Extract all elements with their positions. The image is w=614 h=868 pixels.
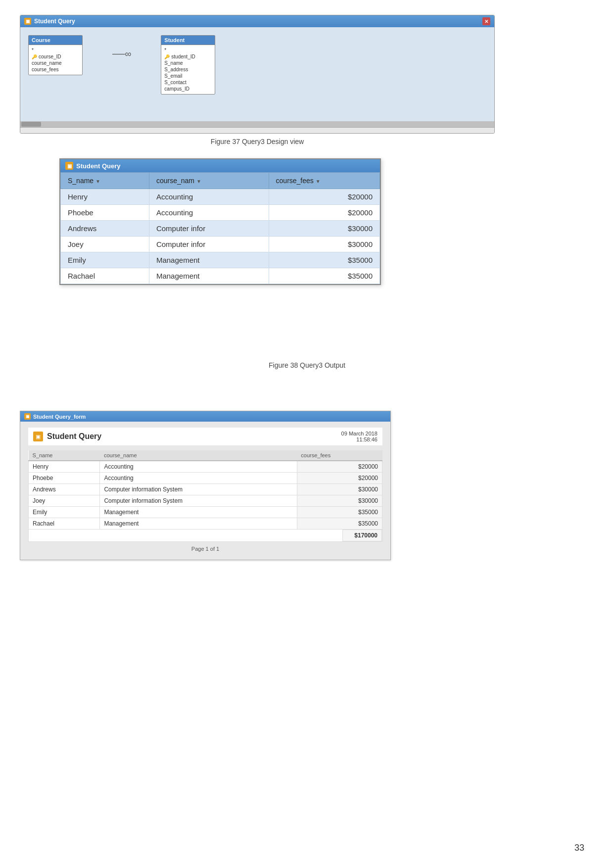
cell-coursename: Computer infor — [149, 221, 269, 237]
form-title-box: ▣ Student Query — [33, 432, 101, 441]
form-cell-fees: $20000 — [297, 473, 382, 484]
form-cell-coursename: Management — [100, 507, 297, 518]
form-datetime: 09 March 2018 11:58:46 — [341, 431, 378, 442]
cell-sname: Rachael — [61, 268, 149, 284]
form-titlebar: ▣ Student Query_form — [20, 411, 390, 422]
form-cell-fees: $20000 — [297, 461, 382, 473]
cell-coursefees: $30000 — [269, 237, 379, 252]
cell-sname: Henry — [61, 189, 149, 205]
form-cell-sname: Rachael — [29, 518, 100, 530]
form-data-table: S_name course_name course_fees Henry Acc… — [28, 450, 382, 530]
cell-sname: Andrews — [61, 221, 149, 237]
form-col-coursefees: course_fees — [297, 450, 382, 461]
student-table: Student * 🔑student_ID S_name S_address S… — [161, 35, 215, 95]
list-item: Phoebe Accounting $20000 — [29, 473, 382, 484]
sort-arrow-coursefees: ▼ — [316, 179, 321, 184]
sort-arrow-sname: ▼ — [95, 179, 100, 184]
cell-coursefees: $35000 — [269, 252, 379, 268]
table-row: Henry Accounting $20000 — [61, 189, 380, 205]
form-titlebar-label: Student Query_form — [33, 414, 86, 420]
key-icon: 🔑 — [32, 54, 37, 59]
cell-coursename: Management — [149, 268, 269, 284]
cell-coursename: Computer infor — [149, 237, 269, 252]
query-results-table: S_name ▼ course_nam ▼ course_fees ▼ Henr… — [60, 172, 380, 284]
form-cell-fees: $35000 — [297, 507, 382, 518]
student-query-form-window: ▣ Student Query_form ▣ Student Query 09 … — [20, 411, 391, 560]
design-view-window: ▣ Student Query ✕ Course * 🔑course_ID co… — [20, 15, 495, 134]
list-item: Andrews Computer information System $300… — [29, 484, 382, 495]
list-item: Emily Management $35000 — [29, 507, 382, 518]
cell-coursename: Accounting — [149, 205, 269, 221]
student-query-form-section: ▣ Student Query_form ▣ Student Query 09 … — [20, 411, 391, 560]
student-key-icon: 🔑 — [164, 54, 170, 59]
scrollbar-thumb — [21, 122, 41, 127]
form-cell-fees: $30000 — [297, 484, 382, 495]
form-title-icon: ▣ — [33, 432, 43, 441]
figure37-section: ▣ Student Query ✕ Course * 🔑course_ID co… — [20, 15, 495, 145]
cell-sname: Joey — [61, 237, 149, 252]
cell-sname: Emily — [61, 252, 149, 268]
figure38-caption: Figure 38 Query3 Output — [0, 361, 614, 369]
form-total-section: $170000 — [28, 530, 382, 542]
course-table: Course * 🔑course_ID course_name course_f… — [28, 35, 83, 75]
form-cell-coursename: Accounting — [100, 461, 297, 473]
titlebar-icon: ▣ — [24, 18, 31, 25]
form-col-sname: S_name — [29, 450, 100, 461]
form-cell-sname: Emily — [29, 507, 100, 518]
table-row: Joey Computer infor $30000 — [61, 237, 380, 252]
form-body: ▣ Student Query 09 March 2018 11:58:46 S… — [20, 422, 390, 560]
design-view-body: Course * 🔑course_ID course_name course_f… — [20, 27, 494, 121]
col-header-coursefees[interactable]: course_fees ▼ — [269, 173, 379, 189]
list-item: Rachael Management $35000 — [29, 518, 382, 530]
query-output-title: Student Query — [76, 162, 121, 170]
form-cell-fees: $35000 — [297, 518, 382, 530]
student-table-header: Student — [161, 36, 215, 45]
design-view-titlebar: ▣ Student Query ✕ — [20, 15, 494, 27]
form-cell-coursename: Accounting — [100, 473, 297, 484]
sort-arrow-coursename: ▼ — [196, 179, 201, 184]
query-output-titlebar: ▣ Student Query — [60, 159, 380, 172]
form-date: 09 March 2018 — [341, 431, 378, 436]
close-button[interactable]: ✕ — [482, 17, 490, 25]
cell-coursefees: $30000 — [269, 221, 379, 237]
table-row: Phoebe Accounting $20000 — [61, 205, 380, 221]
cell-coursefees: $20000 — [269, 189, 379, 205]
cell-sname: Phoebe — [61, 205, 149, 221]
cell-coursefees: $20000 — [269, 205, 379, 221]
form-page-info: Page 1 of 1 — [28, 542, 382, 554]
cell-coursefees: $35000 — [269, 268, 379, 284]
form-cell-coursename: Computer information System — [100, 484, 297, 495]
query-titlebar-icon: ▣ — [65, 162, 73, 170]
form-cell-sname: Joey — [29, 495, 100, 507]
course-table-fields: * 🔑course_ID course_name course_fees — [29, 45, 82, 75]
list-item: Henry Accounting $20000 — [29, 461, 382, 473]
status-bar — [20, 127, 494, 133]
form-col-coursename: course_name — [100, 450, 297, 461]
course-table-header: Course — [29, 36, 82, 45]
form-time: 11:58:46 — [341, 436, 378, 442]
col-header-coursename[interactable]: course_nam ▼ — [149, 173, 269, 189]
table-row: Emily Management $35000 — [61, 252, 380, 268]
table-row: Andrews Computer infor $30000 — [61, 221, 380, 237]
form-cell-fees: $30000 — [297, 495, 382, 507]
form-cell-sname: Andrews — [29, 484, 100, 495]
figure37-caption: Figure 37 Query3 Design view — [20, 138, 495, 145]
col-header-sname[interactable]: S_name ▼ — [61, 173, 149, 189]
table-row: Rachael Management $35000 — [61, 268, 380, 284]
cell-coursename: Management — [149, 252, 269, 268]
form-cell-coursename: Management — [100, 518, 297, 530]
figure38-section: ▣ Student Query S_name ▼ course_nam ▼ co… — [59, 158, 381, 285]
course-asterisk: * — [32, 48, 34, 53]
list-item: Joey Computer information System $30000 — [29, 495, 382, 507]
page-number: 33 — [574, 843, 584, 853]
design-view-title: Student Query — [34, 18, 75, 25]
form-title-text: Student Query — [47, 432, 101, 441]
horizontal-scrollbar[interactable] — [20, 121, 494, 127]
form-cell-sname: Henry — [29, 461, 100, 473]
form-header-row: ▣ Student Query 09 March 2018 11:58:46 — [28, 428, 382, 445]
form-cell-sname: Phoebe — [29, 473, 100, 484]
query-output-window: ▣ Student Query S_name ▼ course_nam ▼ co… — [59, 158, 381, 285]
form-total-amount: $170000 — [342, 530, 382, 541]
cell-coursename: Accounting — [149, 189, 269, 205]
relation-connector: ──∞ — [112, 49, 131, 59]
